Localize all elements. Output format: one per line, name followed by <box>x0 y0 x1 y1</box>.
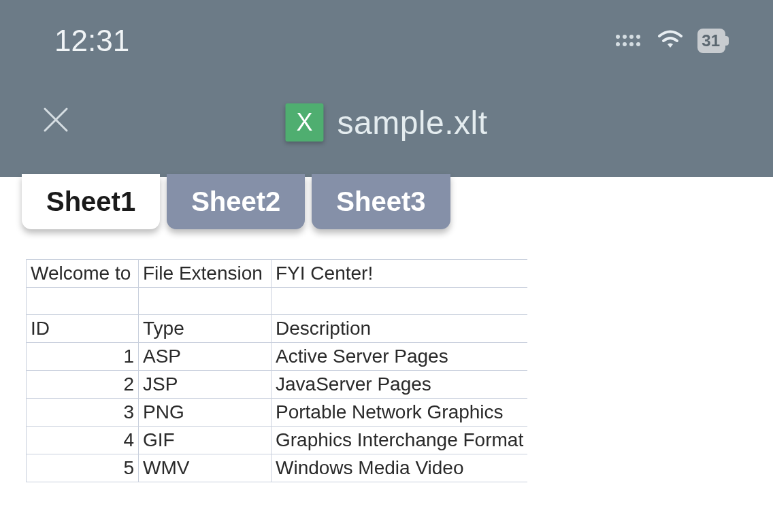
status-time: 12:31 <box>54 24 129 58</box>
empty-cell[interactable] <box>272 288 528 315</box>
svg-point-0 <box>616 35 620 39</box>
cell-title-b[interactable]: File Extension <box>139 260 272 288</box>
svg-point-1 <box>623 35 627 39</box>
table-row[interactable]: Welcome to File Extension FYI Center! <box>27 260 528 288</box>
svg-point-2 <box>629 35 634 39</box>
cell-desc[interactable]: Windows Media Video <box>272 454 528 482</box>
cell-id[interactable]: 2 <box>27 371 139 399</box>
file-name: sample.xlt <box>337 104 487 142</box>
cell-id[interactable]: 5 <box>27 454 139 482</box>
svg-point-5 <box>623 42 627 46</box>
cell-desc[interactable]: Graphics Interchange Format <box>272 427 528 454</box>
excel-file-icon: X <box>285 103 323 142</box>
sheet-tabs: Sheet1 Sheet2 Sheet3 <box>0 174 773 229</box>
cell-desc[interactable]: Portable Network Graphics <box>272 399 528 427</box>
table-row[interactable]: 3 PNG Portable Network Graphics <box>27 399 528 427</box>
cell-desc[interactable]: JavaServer Pages <box>272 371 528 399</box>
svg-point-4 <box>616 42 620 46</box>
cell-type[interactable]: GIF <box>139 427 272 454</box>
cell-type[interactable]: JSP <box>139 371 272 399</box>
close-button[interactable] <box>41 105 71 140</box>
app-grid-icon <box>614 33 642 48</box>
empty-cell[interactable] <box>139 288 272 315</box>
cell-title-c[interactable]: FYI Center! <box>272 260 528 288</box>
cell-id[interactable]: 1 <box>27 343 139 371</box>
cell-id[interactable]: 4 <box>27 427 139 454</box>
status-bar: 12:31 <box>0 0 773 82</box>
table-row[interactable]: 1 ASP Active Server Pages <box>27 343 528 371</box>
svg-point-7 <box>636 42 640 46</box>
empty-cell[interactable] <box>27 288 139 315</box>
table-row[interactable]: 2 JSP JavaServer Pages <box>27 371 528 399</box>
cell-id[interactable]: 3 <box>27 399 139 427</box>
tab-sheet1[interactable]: Sheet1 <box>22 174 160 229</box>
sheet-content: Welcome to File Extension FYI Center! ID… <box>0 229 773 512</box>
table-row[interactable] <box>27 288 528 315</box>
title-bar: X sample.xlt <box>0 82 773 177</box>
header-id[interactable]: ID <box>27 315 139 343</box>
cell-type[interactable]: PNG <box>139 399 272 427</box>
status-indicators: 31 <box>614 29 725 53</box>
svg-point-6 <box>629 42 634 46</box>
cell-desc[interactable]: Active Server Pages <box>272 343 528 371</box>
app-header: 12:31 <box>0 0 773 177</box>
wifi-icon <box>657 29 684 53</box>
header-type[interactable]: Type <box>139 315 272 343</box>
title-center: X sample.xlt <box>285 103 487 142</box>
tab-sheet2[interactable]: Sheet2 <box>167 174 305 229</box>
table-row[interactable]: 4 GIF Graphics Interchange Format <box>27 427 528 454</box>
cell-title-a[interactable]: Welcome to <box>27 260 139 288</box>
tab-sheet3[interactable]: Sheet3 <box>312 174 450 229</box>
table-row[interactable]: ID Type Description <box>27 315 528 343</box>
cell-type[interactable]: WMV <box>139 454 272 482</box>
spreadsheet-grid[interactable]: Welcome to File Extension FYI Center! ID… <box>26 259 527 482</box>
battery-indicator: 31 <box>697 29 725 53</box>
table-row[interactable]: 5 WMV Windows Media Video <box>27 454 528 482</box>
header-desc[interactable]: Description <box>272 315 528 343</box>
svg-point-3 <box>636 35 640 39</box>
cell-type[interactable]: ASP <box>139 343 272 371</box>
battery-level: 31 <box>702 31 720 50</box>
